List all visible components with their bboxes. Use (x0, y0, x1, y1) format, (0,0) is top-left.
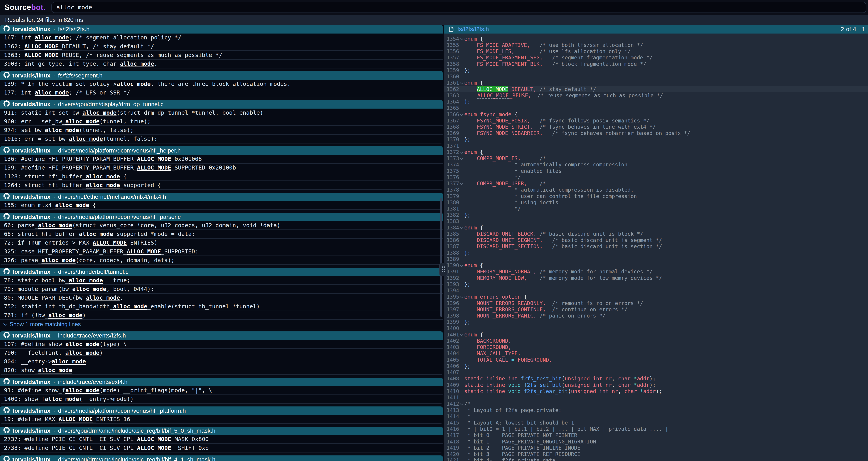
fold-chevron-icon[interactable] (459, 80, 464, 86)
code-line: 1396 MOUNT_ERRORS_READONLY, /* remount f… (444, 300, 868, 307)
match-line[interactable]: 820: show_alloc_mode (0, 366, 443, 375)
fold-chevron-icon[interactable] (459, 294, 464, 300)
match-line[interactable]: 139: #define HFI_PROPERTY_PARAM_BUFFER_A… (0, 164, 443, 172)
line-number: 1421 (444, 457, 459, 461)
line-number: 1417 (444, 432, 459, 438)
match-line[interactable]: 91: #define show_falloc_mode(mode) __pri… (0, 386, 443, 395)
code-text: FS_MODE_FRAGMENT_SEG, /* segment fragmen… (464, 55, 868, 61)
file-group-header[interactable]: torvalds/linux·drivers/gpu/drm/display/d… (0, 100, 443, 109)
match-line[interactable]: 139: * In the victim_sel_policy->alloc_m… (0, 80, 443, 88)
match-line[interactable]: 167: int alloc_mode; /* segment allocati… (0, 33, 443, 42)
fold-gutter (459, 369, 464, 376)
match-line[interactable]: 107: #define show_alloc_mode(type) \ (0, 340, 443, 349)
sourcebot-logo[interactable]: Sourcebot. (4, 3, 45, 12)
match-position-label: 2 of 4 (841, 26, 856, 32)
match-line[interactable]: 1016: err = set_bw_alloc_mode(tunnel, fa… (0, 135, 443, 143)
results-scrollbar-thumb[interactable] (440, 198, 442, 317)
match-line[interactable]: 911: static int set_bw_alloc_mode(struct… (0, 109, 443, 117)
match-line[interactable]: 804: __entry->alloc_mode (0, 357, 443, 366)
match-line[interactable]: 136: #define HFI_PROPERTY_PARAM_BUFFER_A… (0, 155, 443, 164)
match-line[interactable]: 1362: ALLOC_MODE_DEFAULT, /* stay defaul… (0, 42, 443, 51)
file-group-header[interactable]: torvalds/linux·drivers/gpu/drm/amd/inclu… (0, 427, 443, 435)
match-line[interactable]: 79: module_param(bw_alloc_mode, bool, 04… (0, 285, 443, 293)
line-number: 1381 (444, 206, 459, 212)
fold-chevron-icon[interactable] (459, 401, 464, 407)
file-path: drivers/gpu/drm/display/drm_dp_tunnel.c (58, 101, 163, 108)
match-line[interactable]: 2737: #define PCIE_CI_CNTL__CI_SLV_CPL_A… (0, 435, 443, 444)
line-number: 1408 (444, 376, 459, 382)
line-number: 1384 (444, 225, 459, 231)
line-number: 1412 (444, 401, 459, 407)
search-input[interactable] (56, 4, 861, 11)
match-line[interactable]: 960: err = set_bw_alloc_mode(tunnel, tru… (0, 117, 443, 126)
file-group-header[interactable]: torvalds/linux·drivers/media/platform/qc… (0, 146, 443, 155)
repo-name: torvalds/linux (12, 26, 51, 32)
line-number: 1370 (444, 136, 459, 143)
file-group-header[interactable]: torvalds/linux·drivers/media/platform/qc… (0, 406, 443, 415)
code-text: enum { (464, 225, 868, 231)
fold-chevron-icon[interactable] (459, 36, 464, 42)
match-line[interactable]: 177: int alloc_mode; /* LFS or SSR */ (0, 88, 443, 97)
fold-chevron-icon[interactable] (459, 262, 464, 268)
match-line[interactable]: 80: MODULE_PARM_DESC(bw_alloc_mode, (0, 294, 443, 302)
match-line[interactable]: 326: parse_alloc_mode(core, codecs, doma… (0, 256, 443, 265)
match-line[interactable]: 974: set_bw_alloc_mode(tunnel, false); (0, 126, 443, 135)
fold-chevron-icon[interactable] (459, 111, 464, 118)
fold-gutter (459, 86, 464, 92)
file-group-header[interactable]: torvalds/linux·drivers/net/ethernet/mell… (0, 193, 443, 201)
file-group-header[interactable]: torvalds/linux·drivers/media/platform/qc… (0, 212, 443, 221)
file-group-header[interactable]: torvalds/linux·fs/f2fs/f2fs.h (0, 25, 443, 33)
line-number: 1393 (444, 281, 459, 287)
github-icon (3, 100, 10, 108)
fold-chevron-icon[interactable] (459, 180, 464, 187)
show-more-matches[interactable]: Show 1 more matching lines (0, 320, 443, 328)
match-line[interactable]: 72: if (num_entries > MAX_ALLOC_MODE_ENT… (0, 239, 443, 247)
github-icon (3, 456, 10, 461)
line-number: 1357 (444, 55, 459, 61)
match-line[interactable]: 66: parse_alloc_mode(struct venus_core *… (0, 221, 443, 230)
code-text: ALLOC_MODE_DEFAULT, /* stay default */ (464, 86, 868, 92)
code-line: 1375 * enabled files (444, 168, 868, 174)
code-text: enum { (464, 36, 868, 42)
match-line[interactable]: 2738: #define PCIE_CI_CNTL__CI_SLV_CPL_A… (0, 444, 443, 453)
code-line: 1364}; (444, 99, 868, 105)
match-line[interactable]: 19: #define MAX_ALLOC_MODE_ENTRIES 16 (0, 415, 443, 424)
code-text: }; (464, 67, 868, 74)
match-line[interactable]: 1128: struct hfi_buffer_alloc_mode { (0, 172, 443, 181)
match-line[interactable]: 155: enum mlx4_alloc_mode { (0, 201, 443, 210)
preview-file-path[interactable]: fs/f2fs/f2fs.h (458, 26, 489, 32)
match-line[interactable]: 790: __field(int, alloc_mode) (0, 349, 443, 357)
fold-gutter (459, 74, 464, 80)
previous-match-icon[interactable]: ↑ (861, 26, 866, 32)
file-group-header[interactable]: torvalds/linux·drivers/gpu/drm/amd/inclu… (0, 456, 443, 461)
match-line[interactable]: 78: static bool bw_alloc_mode = true; (0, 276, 443, 285)
match-line[interactable]: 761: if (!bw_alloc_mode) (0, 311, 443, 320)
match-line[interactable]: 1363: ALLOC_MODE_REUSE, /* reuse segment… (0, 51, 443, 60)
file-group-header[interactable]: torvalds/linux·fs/f2fs/segment.h (0, 71, 443, 80)
code-line: 1402 BACKGROUND, (444, 338, 868, 344)
fold-chevron-icon[interactable] (459, 155, 464, 162)
fold-chevron-icon[interactable] (459, 225, 464, 231)
fold-gutter (459, 395, 464, 401)
fold-chevron-icon[interactable] (459, 332, 464, 338)
file-group-header[interactable]: torvalds/linux·include/trace/events/ext4… (0, 378, 443, 386)
search-box[interactable] (51, 2, 866, 13)
file-group-header[interactable]: torvalds/linux·include/trace/events/f2fs… (0, 332, 443, 340)
result-file-group: torvalds/linux·drivers/gpu/drm/amd/inclu… (0, 427, 443, 453)
file-group-header[interactable]: torvalds/linux·drivers/thunderbolt/tunne… (0, 268, 443, 276)
line-number: 1374 (444, 162, 459, 168)
match-line[interactable]: 1400: show_falloc_mode(__entry->mode)) (0, 395, 443, 404)
code-line: 1374 * automatically compress compressio… (444, 162, 868, 168)
result-file-group: torvalds/linux·drivers/media/platform/qc… (0, 406, 443, 424)
fold-gutter (459, 338, 464, 344)
match-line[interactable]: 3903: int gc_type, int type, char alloc_… (0, 60, 443, 68)
match-line[interactable]: 68: struct hfi_buffer_alloc_mode_support… (0, 230, 443, 239)
github-icon (3, 147, 10, 154)
match-line[interactable]: 1264: struct hfi_buffer_alloc_mode_suppo… (0, 181, 443, 190)
match-line[interactable]: 752: static int tb_dp_bandwidth_alloc_mo… (0, 302, 443, 311)
line-number: 1364 (444, 99, 459, 105)
code-line: 1400 (444, 325, 868, 332)
split-drag-handle[interactable] (439, 263, 448, 276)
match-line[interactable]: 325: case HFI_PROPERTY_PARAM_BUFFER_ALLO… (0, 247, 443, 256)
fold-chevron-icon[interactable] (459, 149, 464, 155)
